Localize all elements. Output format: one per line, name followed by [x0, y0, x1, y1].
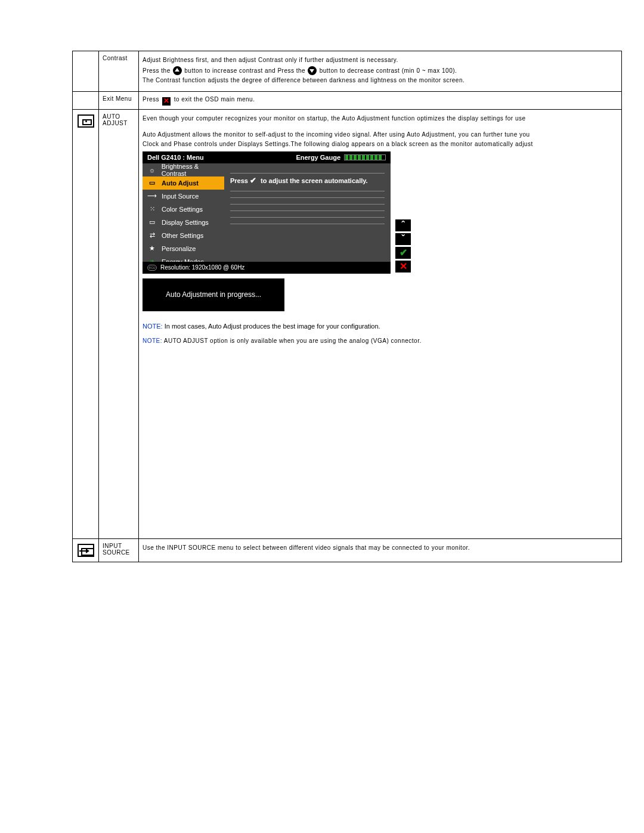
gauge-bar: [344, 154, 386, 160]
other-settings-icon: ⇄: [147, 231, 157, 240]
lbl: Display Settings: [162, 219, 209, 226]
osd-item-brightness[interactable]: ☼Brightness & Contrast: [143, 163, 224, 176]
input-source-icon: [78, 544, 94, 557]
t: button to increase contrast and Press th…: [184, 67, 307, 74]
row-desc: Press ✕ to exit the OSD main menu.: [139, 92, 622, 110]
progress-text: Auto Adjustment in progress...: [166, 290, 261, 299]
osd-footer: eco Resolution: 1920x1080 @ 60Hz: [143, 262, 391, 274]
blank-icon-cell: [73, 51, 99, 92]
t: In most cases, Auto Adjust produces the …: [163, 323, 380, 330]
note: NOTE: AUTO ADJUST option is only availab…: [143, 337, 618, 346]
row-desc: Adjust Brightness first, and then adjust…: [139, 51, 622, 92]
cancel-button[interactable]: ✕: [395, 261, 411, 272]
lbl: Other Settings: [162, 232, 203, 239]
row-label: Contrast: [99, 51, 139, 92]
osd-item-other[interactable]: ⇄Other Settings: [143, 229, 224, 242]
resolution-text: Resolution: 1920x1080 @ 60Hz: [160, 262, 244, 274]
icon-cell: [73, 539, 99, 562]
osd-item-auto-adjust[interactable]: ▭Auto Adjust: [143, 176, 224, 190]
close-icon: ✕: [162, 97, 171, 106]
row-desc: Even though your computer recognizes you…: [139, 110, 622, 539]
text: The Contrast function adjusts the degree…: [143, 76, 618, 85]
lbl: Auto Adjust: [162, 179, 199, 187]
t: to exit the OSD main menu.: [174, 96, 255, 103]
text: Even though your computer recognizes you…: [143, 114, 618, 123]
check-icon: [250, 177, 259, 184]
page: Contrast Adjust Brightness first, and th…: [0, 0, 644, 833]
nav-down-button[interactable]: ˇ: [395, 233, 411, 245]
t: button to decrease contrast (min 0 ~ max…: [320, 67, 457, 74]
osd-title: Dell G2410 : Menu: [147, 151, 204, 163]
display-settings-icon: ▭: [147, 218, 157, 227]
osd-panel: Press to adjust the screen automatically…: [224, 163, 391, 262]
t: to adjust the screen automatically.: [259, 177, 368, 184]
row-label: INPUT SOURCE: [99, 539, 139, 562]
lbl: Brightness & Contrast: [162, 163, 224, 177]
row-label: Exit Menu: [99, 92, 139, 110]
auto-adjust-icon: ▭: [147, 179, 157, 187]
text: Auto Adjustment allows the monitor to se…: [143, 131, 618, 140]
spec-table: Contrast Adjust Brightness first, and th…: [72, 51, 622, 562]
star-icon: ★: [147, 244, 157, 253]
lbl: Personalize: [162, 245, 196, 252]
osd-item-display[interactable]: ▭Display Settings: [143, 216, 224, 229]
t: Press: [143, 96, 161, 103]
down-arrow-button-icon: [308, 66, 317, 75]
energy-gauge: Energy Gauge: [296, 151, 386, 163]
osd-sidebar: ☼Brightness & Contrast ▭Auto Adjust ⟶Inp…: [143, 163, 224, 268]
t: AUTO ADJUST option is only available whe…: [162, 337, 422, 344]
text: Use the INPUT SOURCE menu to select betw…: [143, 544, 618, 553]
note-label: NOTE:: [143, 323, 163, 330]
brightness-icon: ☼: [147, 166, 157, 174]
progress-dialog: Auto Adjustment in progress...: [143, 278, 284, 311]
up-arrow-button-icon: [173, 66, 182, 75]
nav-up-button[interactable]: ˆ: [395, 219, 411, 231]
text: Clock and Phase controls under Displays …: [143, 140, 618, 149]
osd-item-input-source[interactable]: ⟶Input Source: [143, 190, 224, 203]
row-label: AUTO ADJUST: [99, 110, 139, 539]
osd-item-personalize[interactable]: ★Personalize: [143, 242, 224, 255]
note: NOTE: In most cases, Auto Adjust produce…: [143, 322, 618, 332]
energy-label: Energy Gauge: [296, 151, 340, 163]
osd-controls: ˆ ˇ ✔ ✕: [395, 219, 411, 272]
note-label: NOTE:: [143, 337, 162, 344]
t: Press the: [143, 67, 172, 74]
text: Adjust Brightness first, and then adjust…: [143, 56, 618, 65]
osd-menu: Dell G2410 : Menu Energy Gauge ☼Brightne…: [143, 151, 391, 274]
input-source-icon: ⟶: [147, 192, 157, 200]
blank-icon-cell: [73, 92, 99, 110]
auto-adjust-icon: [78, 114, 94, 128]
t: Press: [230, 177, 250, 184]
text: Press the button to increase contrast an…: [143, 66, 618, 76]
icon-cell: [73, 110, 99, 539]
row-desc: Use the INPUT SOURCE menu to select betw…: [139, 539, 622, 562]
osd-item-color[interactable]: ⁙Color Settings: [143, 203, 224, 216]
lbl: Input Source: [162, 193, 199, 200]
lbl: Color Settings: [162, 206, 203, 213]
eco-icon: eco: [147, 265, 157, 271]
color-settings-icon: ⁙: [147, 205, 157, 213]
confirm-button[interactable]: ✔: [395, 247, 411, 259]
